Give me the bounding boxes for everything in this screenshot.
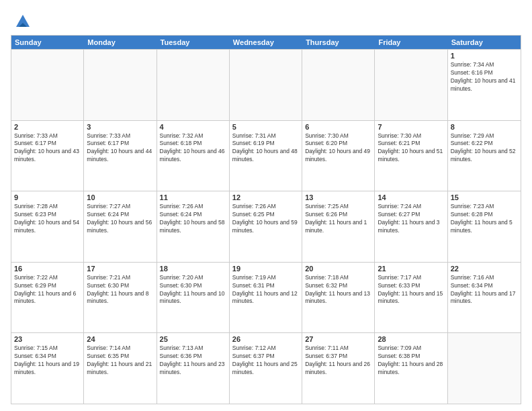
day-number: 20 bbox=[305, 265, 371, 273]
calendar-cell: 25Sunrise: 7:13 AM Sunset: 6:36 PM Dayli… bbox=[157, 333, 230, 404]
calendar-cell bbox=[230, 50, 302, 120]
calendar-cell: 16Sunrise: 7:22 AM Sunset: 6:29 PM Dayli… bbox=[11, 263, 84, 333]
day-info: Sunrise: 7:29 AM Sunset: 6:22 PM Dayligh… bbox=[451, 132, 518, 165]
calendar-cell: 24Sunrise: 7:14 AM Sunset: 6:35 PM Dayli… bbox=[84, 333, 157, 404]
calendar-header-row: SundayMondayTuesdayWednesdayThursdayFrid… bbox=[11, 36, 521, 49]
day-number: 12 bbox=[232, 193, 299, 201]
day-number: 16 bbox=[14, 265, 81, 273]
day-info: Sunrise: 7:26 AM Sunset: 6:25 PM Dayligh… bbox=[232, 203, 299, 235]
calendar-cell: 11Sunrise: 7:26 AM Sunset: 6:24 PM Dayli… bbox=[157, 191, 230, 262]
day-number: 23 bbox=[14, 335, 81, 343]
calendar-cell bbox=[375, 50, 447, 120]
day-info: Sunrise: 7:16 AM Sunset: 6:34 PM Dayligh… bbox=[451, 274, 518, 306]
day-info: Sunrise: 7:24 AM Sunset: 6:27 PM Dayligh… bbox=[378, 203, 444, 235]
day-number: 5 bbox=[232, 123, 299, 131]
calendar-cell: 28Sunrise: 7:09 AM Sunset: 6:38 PM Dayli… bbox=[375, 333, 447, 404]
day-info: Sunrise: 7:21 AM Sunset: 6:30 PM Dayligh… bbox=[87, 274, 153, 306]
day-info: Sunrise: 7:13 AM Sunset: 6:36 PM Dayligh… bbox=[160, 345, 226, 377]
weekday-header: Wednesday bbox=[230, 36, 302, 49]
calendar-cell bbox=[302, 50, 375, 120]
calendar-week-row: 16Sunrise: 7:22 AM Sunset: 6:29 PM Dayli… bbox=[11, 262, 521, 333]
day-number: 13 bbox=[305, 193, 371, 201]
logo bbox=[11, 11, 32, 30]
day-info: Sunrise: 7:12 AM Sunset: 6:37 PM Dayligh… bbox=[232, 345, 299, 377]
day-info: Sunrise: 7:33 AM Sunset: 6:17 PM Dayligh… bbox=[14, 132, 81, 165]
day-info: Sunrise: 7:30 AM Sunset: 6:21 PM Dayligh… bbox=[378, 132, 444, 165]
calendar-cell bbox=[84, 50, 157, 120]
calendar-cell bbox=[448, 333, 521, 404]
day-number: 19 bbox=[232, 265, 299, 273]
calendar-cell: 27Sunrise: 7:11 AM Sunset: 6:37 PM Dayli… bbox=[302, 333, 375, 404]
day-number: 10 bbox=[87, 193, 153, 201]
calendar-cell: 20Sunrise: 7:18 AM Sunset: 6:32 PM Dayli… bbox=[302, 263, 375, 333]
weekday-header: Sunday bbox=[11, 36, 84, 49]
calendar-cell: 14Sunrise: 7:24 AM Sunset: 6:27 PM Dayli… bbox=[375, 191, 447, 262]
day-number: 25 bbox=[160, 335, 226, 343]
day-number: 4 bbox=[160, 123, 226, 131]
calendar-cell: 21Sunrise: 7:17 AM Sunset: 6:33 PM Dayli… bbox=[375, 263, 447, 333]
day-number: 14 bbox=[378, 193, 444, 201]
calendar: SundayMondayTuesdayWednesdayThursdayFrid… bbox=[11, 35, 521, 404]
day-info: Sunrise: 7:33 AM Sunset: 6:17 PM Dayligh… bbox=[87, 132, 153, 165]
calendar-cell: 18Sunrise: 7:20 AM Sunset: 6:30 PM Dayli… bbox=[157, 263, 230, 333]
day-number: 18 bbox=[160, 265, 226, 273]
calendar-body: 1Sunrise: 7:34 AM Sunset: 6:16 PM Daylig… bbox=[11, 49, 521, 404]
calendar-cell: 5Sunrise: 7:31 AM Sunset: 6:19 PM Daylig… bbox=[230, 121, 302, 191]
day-number: 1 bbox=[451, 52, 518, 60]
weekday-header: Monday bbox=[84, 36, 157, 49]
calendar-week-row: 9Sunrise: 7:28 AM Sunset: 6:23 PM Daylig… bbox=[11, 191, 521, 262]
calendar-week-row: 23Sunrise: 7:15 AM Sunset: 6:34 PM Dayli… bbox=[11, 332, 521, 404]
day-info: Sunrise: 7:11 AM Sunset: 6:37 PM Dayligh… bbox=[305, 345, 371, 377]
day-number: 2 bbox=[14, 123, 81, 131]
day-info: Sunrise: 7:15 AM Sunset: 6:34 PM Dayligh… bbox=[14, 345, 81, 377]
weekday-header: Saturday bbox=[448, 36, 521, 49]
day-info: Sunrise: 7:20 AM Sunset: 6:30 PM Dayligh… bbox=[160, 274, 226, 306]
calendar-week-row: 2Sunrise: 7:33 AM Sunset: 6:17 PM Daylig… bbox=[11, 120, 521, 191]
calendar-cell: 1Sunrise: 7:34 AM Sunset: 6:16 PM Daylig… bbox=[448, 50, 521, 120]
day-info: Sunrise: 7:30 AM Sunset: 6:20 PM Dayligh… bbox=[305, 132, 371, 165]
calendar-cell: 3Sunrise: 7:33 AM Sunset: 6:17 PM Daylig… bbox=[84, 121, 157, 191]
logo-icon bbox=[13, 11, 32, 30]
calendar-cell: 6Sunrise: 7:30 AM Sunset: 6:20 PM Daylig… bbox=[302, 121, 375, 191]
day-info: Sunrise: 7:27 AM Sunset: 6:24 PM Dayligh… bbox=[87, 203, 153, 235]
day-info: Sunrise: 7:19 AM Sunset: 6:31 PM Dayligh… bbox=[232, 274, 299, 306]
day-number: 6 bbox=[305, 123, 371, 131]
calendar-cell: 4Sunrise: 7:32 AM Sunset: 6:18 PM Daylig… bbox=[157, 121, 230, 191]
calendar-cell: 26Sunrise: 7:12 AM Sunset: 6:37 PM Dayli… bbox=[230, 333, 302, 404]
weekday-header: Thursday bbox=[302, 36, 375, 49]
day-number: 17 bbox=[87, 265, 153, 273]
calendar-cell: 10Sunrise: 7:27 AM Sunset: 6:24 PM Dayli… bbox=[84, 191, 157, 262]
day-number: 15 bbox=[451, 193, 518, 201]
day-number: 26 bbox=[232, 335, 299, 343]
day-number: 9 bbox=[14, 193, 81, 201]
calendar-cell: 23Sunrise: 7:15 AM Sunset: 6:34 PM Dayli… bbox=[11, 333, 84, 404]
day-info: Sunrise: 7:32 AM Sunset: 6:18 PM Dayligh… bbox=[160, 132, 226, 165]
weekday-header: Tuesday bbox=[157, 36, 230, 49]
day-number: 28 bbox=[378, 335, 444, 343]
day-info: Sunrise: 7:28 AM Sunset: 6:23 PM Dayligh… bbox=[14, 203, 81, 235]
day-number: 8 bbox=[451, 123, 518, 131]
header bbox=[11, 11, 521, 30]
day-number: 24 bbox=[87, 335, 153, 343]
day-info: Sunrise: 7:17 AM Sunset: 6:33 PM Dayligh… bbox=[378, 274, 444, 306]
weekday-header: Friday bbox=[375, 36, 447, 49]
calendar-week-row: 1Sunrise: 7:34 AM Sunset: 6:16 PM Daylig… bbox=[11, 49, 521, 120]
day-info: Sunrise: 7:22 AM Sunset: 6:29 PM Dayligh… bbox=[14, 274, 81, 306]
day-number: 11 bbox=[160, 193, 226, 201]
day-number: 7 bbox=[378, 123, 444, 131]
calendar-cell: 9Sunrise: 7:28 AM Sunset: 6:23 PM Daylig… bbox=[11, 191, 84, 262]
calendar-cell bbox=[11, 50, 84, 120]
day-info: Sunrise: 7:34 AM Sunset: 6:16 PM Dayligh… bbox=[451, 61, 518, 93]
calendar-cell: 12Sunrise: 7:26 AM Sunset: 6:25 PM Dayli… bbox=[230, 191, 302, 262]
calendar-cell: 19Sunrise: 7:19 AM Sunset: 6:31 PM Dayli… bbox=[230, 263, 302, 333]
calendar-cell bbox=[157, 50, 230, 120]
calendar-cell: 13Sunrise: 7:25 AM Sunset: 6:26 PM Dayli… bbox=[302, 191, 375, 262]
day-info: Sunrise: 7:31 AM Sunset: 6:19 PM Dayligh… bbox=[232, 132, 299, 165]
day-info: Sunrise: 7:18 AM Sunset: 6:32 PM Dayligh… bbox=[305, 274, 371, 306]
day-number: 27 bbox=[305, 335, 371, 343]
day-number: 21 bbox=[378, 265, 444, 273]
calendar-cell: 15Sunrise: 7:23 AM Sunset: 6:28 PM Dayli… bbox=[448, 191, 521, 262]
day-info: Sunrise: 7:14 AM Sunset: 6:35 PM Dayligh… bbox=[87, 345, 153, 377]
day-info: Sunrise: 7:26 AM Sunset: 6:24 PM Dayligh… bbox=[160, 203, 226, 235]
calendar-cell: 17Sunrise: 7:21 AM Sunset: 6:30 PM Dayli… bbox=[84, 263, 157, 333]
